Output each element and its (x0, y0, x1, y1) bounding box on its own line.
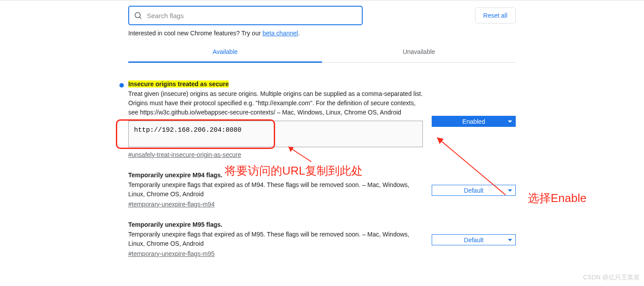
top-row: Reset all (128, 6, 516, 25)
flag-description: Treat given (insecure) origins as secure… (128, 89, 423, 117)
select-wrap: Enabled (432, 116, 516, 127)
modified-dot-icon (119, 83, 124, 88)
annotation-enable-note: 选择Enable (528, 191, 586, 206)
search-input[interactable] (147, 12, 357, 19)
select-wrap: Default (432, 185, 516, 196)
watermark: CSDN @亿只王菜菜 (583, 274, 640, 282)
flag-state-select[interactable]: Enabled (432, 116, 516, 127)
flag-description: Temporarily unexpire flags that expired … (128, 180, 423, 199)
select-wrap: Default (432, 234, 516, 245)
flag-title: Temporarily unexpire M94 flags. (128, 172, 423, 179)
flag-anchor-link[interactable]: #temporary-unexpire-flags-m95 (128, 250, 215, 257)
flag-m95: Temporarily unexpire M95 flags. Temporar… (128, 208, 516, 257)
flag-insecure-origins: Insecure origins treated as secure Treat… (128, 63, 516, 158)
flag-content: Insecure origins treated as secure Treat… (128, 80, 432, 158)
search-box[interactable] (128, 6, 363, 25)
flag-content: Temporarily unexpire M95 flags. Temporar… (128, 221, 432, 257)
flag-anchor-link[interactable]: #temporary-unexpire-flags-m94 (128, 201, 215, 208)
flag-title: Insecure origins treated as secure (128, 80, 423, 88)
flag-insecure-origins-wrapper: Insecure origins treated as secure Treat… (128, 63, 516, 158)
tab-unavailable[interactable]: Unavailable (322, 42, 516, 62)
flag-anchor-link[interactable]: #unsafely-treat-insecure-origin-as-secur… (128, 151, 241, 158)
flag-title: Temporarily unexpire M95 flags. (128, 221, 423, 228)
promo-prefix: Interested in cool new Chrome features? … (128, 30, 262, 37)
flag-control: Default (432, 172, 516, 196)
search-icon (134, 11, 142, 20)
flag-control: Default (432, 221, 516, 245)
reset-all-button[interactable]: Reset all (475, 8, 516, 23)
tab-available[interactable]: Available (128, 42, 322, 63)
promo-text: Interested in cool new Chrome features? … (128, 30, 516, 37)
page-root: Reset all Interested in cool new Chrome … (0, 0, 644, 286)
flag-title-text: Insecure origins treated as secure (128, 80, 229, 88)
textarea-wrap (128, 121, 423, 149)
flag-content: Temporarily unexpire M94 flags. Temporar… (128, 172, 432, 208)
svg-line-1 (140, 17, 142, 19)
tabs: Available Unavailable (128, 42, 516, 63)
flag-description: Temporarily unexpire flags that expired … (128, 230, 423, 248)
flag-state-select[interactable]: Default (432, 234, 516, 245)
flag-state-select[interactable]: Default (432, 185, 516, 196)
beta-channel-link[interactable]: beta channel (262, 30, 298, 37)
flag-control: Enabled (432, 80, 516, 127)
insecure-origins-textarea[interactable] (128, 121, 423, 147)
svg-point-0 (135, 12, 140, 18)
flag-m94: Temporarily unexpire M94 flags. Temporar… (128, 158, 516, 208)
content-container: Reset all Interested in cool new Chrome … (128, 0, 516, 257)
